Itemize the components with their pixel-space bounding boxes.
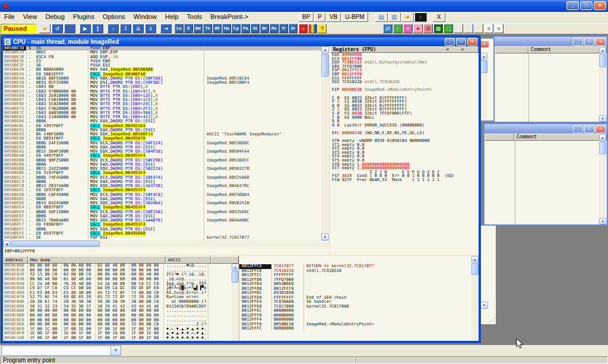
plugin-button-p[interactable]: P bbox=[314, 12, 325, 22]
letter-button-sr[interactable]: Sr bbox=[289, 24, 297, 33]
disasm-row[interactable]: 0050BEFE. E8 8597F8FFCALL ImageRed.00495… bbox=[3, 232, 321, 236]
stack-row[interactable]: 0012FFFC00000000 bbox=[239, 327, 479, 331]
minimize-button[interactable]: _ bbox=[573, 125, 583, 133]
menu-item-file[interactable]: File bbox=[0, 12, 19, 21]
letter-button-pa[interactable]: Pa bbox=[241, 24, 250, 33]
blank-3-button[interactable] bbox=[474, 24, 483, 33]
stack-pane[interactable]: 0012FFC47C817077RETURN to kernel32.7C817… bbox=[239, 256, 479, 341]
disasm-row[interactable]: 0050BEC3. 8B0D 74F45000MOV ECX,DWORD PTR… bbox=[3, 176, 321, 180]
window-button[interactable]: ▢ bbox=[444, 24, 453, 33]
close-button[interactable]: × bbox=[596, 125, 606, 133]
scroll-up-icon[interactable]: ▲ bbox=[232, 264, 239, 270]
step-into-button[interactable]: ↓ bbox=[107, 24, 119, 33]
menu-item-plugins[interactable]: Plugins bbox=[69, 12, 99, 21]
resize-button[interactable]: ↕ bbox=[393, 24, 403, 33]
close-button[interactable]: × bbox=[594, 1, 606, 10]
letter-button-tr[interactable]: Tr bbox=[279, 24, 288, 33]
restore-button[interactable]: □ bbox=[456, 38, 466, 46]
close-program-button[interactable]: × bbox=[64, 24, 75, 33]
maximize-button[interactable]: □ bbox=[584, 38, 594, 46]
cpu-titlebar[interactable]: C CPU - main thread, module ImageRed _ □… bbox=[3, 37, 479, 46]
open-file-button[interactable]: ▰ bbox=[39, 24, 50, 33]
combobox-dropdown-icon[interactable]: ▼ bbox=[110, 346, 121, 355]
restore-button[interactable]: □ bbox=[580, 1, 593, 10]
appearance-rainbow-button[interactable] bbox=[308, 24, 317, 33]
disasm-row[interactable]: 0050BF03. 5EPOP ESIkernel32.7C817077 bbox=[3, 236, 321, 240]
resize-grip[interactable]: ⋰ bbox=[489, 317, 495, 323]
plugin-console-icon[interactable]: › bbox=[414, 12, 427, 22]
letter-button-st[interactable]: St bbox=[251, 24, 259, 33]
disassembly-pane[interactable]: 0050BE38$ 55PUSH EBP0050BE39. 8BECMOV EB… bbox=[3, 46, 321, 240]
record-button[interactable]: ● bbox=[413, 24, 423, 33]
blank-2-button[interactable] bbox=[464, 24, 473, 33]
scroll-up-icon[interactable]: ▲ bbox=[321, 46, 329, 53]
scrollbar[interactable]: ▲ ▼ bbox=[599, 134, 606, 224]
plugin-button-ubpm[interactable]: U-BPM bbox=[341, 12, 368, 22]
disasm-row[interactable]: 0050BEF7. E8 F896F8FFCALL ImageRed.00495… bbox=[3, 223, 321, 227]
run-button[interactable]: ▶ bbox=[80, 24, 91, 33]
animate-into-button[interactable]: ⇊ bbox=[132, 24, 144, 33]
plugin-button-bp[interactable]: BP bbox=[299, 12, 314, 22]
plugin-folder-icon[interactable]: ▰ bbox=[401, 12, 414, 22]
disasm-row[interactable]: 0050BE8C. E8 4397F8FFCALL ImageRed.00495… bbox=[3, 124, 321, 128]
maximize-button[interactable]: □ bbox=[584, 125, 594, 133]
dump-row[interactable]: 0050C1001F 00 1F 001F 00 1F 001F 00 1F 0… bbox=[3, 336, 239, 341]
help-button[interactable]: ? bbox=[318, 24, 327, 33]
plugin-close-button[interactable]: X bbox=[433, 12, 445, 22]
minimize-button[interactable]: _ bbox=[445, 38, 455, 46]
minimize-button[interactable]: _ bbox=[573, 38, 583, 46]
hex-dump-pane[interactable]: Address Hex dump ASCII 0050C00000 00 00 … bbox=[3, 256, 239, 341]
log-list-1-button[interactable]: ≡ bbox=[484, 24, 493, 33]
column-header[interactable] bbox=[495, 46, 528, 53]
scroll-down-icon[interactable]: ▼ bbox=[321, 233, 329, 240]
comment-column-header[interactable]: Comment bbox=[528, 46, 607, 53]
close-button[interactable]: × bbox=[596, 38, 606, 46]
restart-button[interactable]: ↺ bbox=[52, 24, 63, 33]
registers-nav-buttons[interactable]: << bbox=[446, 47, 476, 52]
disasm-row[interactable]: 0050BE38$ 55PUSH EBP bbox=[3, 46, 321, 50]
dump-scrollbar[interactable]: ▲ bbox=[232, 264, 239, 341]
scroll-up-icon[interactable]: ▲ bbox=[471, 256, 479, 262]
appearance-button[interactable]: A bbox=[403, 24, 413, 33]
disasm-row[interactable]: 0050BE3B. 83C4 F0ADD ESP,-10 bbox=[3, 55, 321, 59]
minimize-button[interactable]: _ bbox=[566, 1, 579, 10]
letter-button-th[interactable]: Th bbox=[203, 24, 212, 33]
menu-item-tools[interactable]: Tools bbox=[183, 12, 207, 21]
scroll-down-icon[interactable]: ▼ bbox=[480, 302, 488, 309]
column-header[interactable] bbox=[484, 134, 514, 141]
execute-till-return-button[interactable]: ⇥ bbox=[160, 24, 172, 33]
animate-over-button[interactable]: ⇓ bbox=[145, 24, 156, 33]
letter-button-e[interactable]: E bbox=[184, 24, 193, 33]
log-list-2-button[interactable]: ≡ bbox=[494, 24, 504, 33]
plugin-book-icon[interactable]: ▥ bbox=[388, 12, 401, 22]
disasm-row[interactable]: 0050BE83. C683 21040000 00MOV BYTE PTR D… bbox=[3, 115, 321, 119]
pause-button[interactable]: ∥ bbox=[92, 24, 103, 33]
disasm-row[interactable]: 0050BEE9. 8B0D 58F15000MOV ECX,DWORD PTR… bbox=[3, 210, 321, 214]
scrollbar[interactable]: ▲ ▼ bbox=[599, 47, 606, 122]
plugin-notepad-icon[interactable]: ▤ bbox=[375, 12, 388, 22]
disasm-row[interactable]: 0050BE3E. 53PUSH EBX bbox=[3, 59, 321, 64]
options-gear-button[interactable]: ☼ bbox=[299, 24, 308, 33]
disasm-row[interactable]: 0050BEB0. 8B0D 98F25000MOV ECX,DWORD PTR… bbox=[3, 159, 321, 163]
scroll-thumb[interactable] bbox=[232, 271, 239, 283]
letter-button-wi[interactable]: Wi bbox=[213, 24, 221, 33]
window-titlebar[interactable]: _ □ × bbox=[484, 124, 607, 134]
menu-item-view[interactable]: View bbox=[19, 12, 42, 21]
letter-button-ha[interactable]: Ha bbox=[222, 24, 231, 33]
register-line[interactable]: EDI 7C910228 ntdll.7C910228 bbox=[330, 80, 479, 84]
register-line[interactable]: EIP 0050BE38 ImageRed.<ModuleEntryPoint> bbox=[330, 88, 479, 92]
letter-button-ln[interactable]: Ln bbox=[175, 24, 183, 33]
dump-header-extra[interactable] bbox=[211, 256, 239, 264]
menu-item-debug[interactable]: Debug bbox=[41, 12, 68, 21]
scroll-thumb[interactable] bbox=[11, 240, 100, 247]
step-over-button[interactable]: ↧ bbox=[120, 24, 131, 33]
register-line[interactable]: EFL 00000246 (NO,NB,E,BE,NS,PE,GE,LE) bbox=[330, 131, 479, 135]
disassembly-hscrollbar[interactable]: ◀ bbox=[3, 240, 329, 247]
comment-column-header[interactable]: Comment bbox=[514, 134, 607, 141]
register-line[interactable]: FCW 027F Prec NEAR,53 Mask 1 1 1 1 1 1 bbox=[330, 178, 479, 182]
scroll-thumb[interactable] bbox=[321, 54, 329, 77]
sync-button[interactable]: ⇄ bbox=[383, 24, 392, 33]
menu-item-options[interactable]: Options bbox=[99, 12, 129, 21]
hardware-button[interactable]: ▦ bbox=[433, 24, 443, 33]
plugin-button-vb[interactable]: VB bbox=[326, 12, 341, 22]
